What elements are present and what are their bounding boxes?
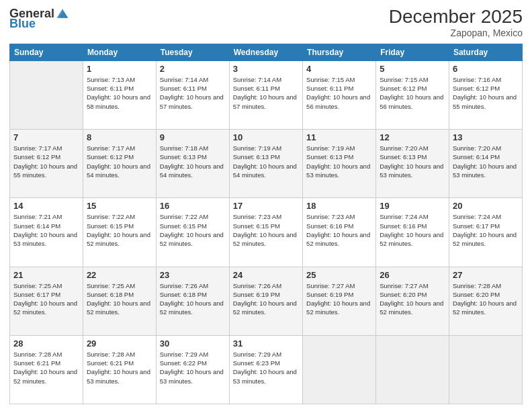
calendar-cell: 30Sunrise: 7:29 AMSunset: 6:22 PMDayligh… bbox=[156, 335, 229, 404]
calendar-cell bbox=[376, 335, 449, 404]
day-number: 20 bbox=[453, 201, 519, 211]
day-number: 8 bbox=[87, 132, 152, 142]
calendar-cell: 9Sunrise: 7:18 AMSunset: 6:13 PMDaylight… bbox=[156, 130, 229, 198]
calendar-table: SundayMondayTuesdayWednesdayThursdayFrid… bbox=[9, 44, 523, 404]
logo-icon bbox=[56, 7, 69, 20]
day-info: Sunrise: 7:13 AMSunset: 6:11 PMDaylight:… bbox=[87, 75, 152, 111]
calendar-cell: 29Sunrise: 7:28 AMSunset: 6:21 PMDayligh… bbox=[83, 335, 156, 404]
day-header-monday: Monday bbox=[83, 44, 156, 60]
day-info: Sunrise: 7:19 AMSunset: 6:13 PMDaylight:… bbox=[233, 144, 299, 179]
day-info: Sunrise: 7:28 AMSunset: 6:20 PMDaylight:… bbox=[453, 281, 519, 317]
day-info: Sunrise: 7:23 AMSunset: 6:15 PMDaylight:… bbox=[233, 212, 299, 248]
day-number: 22 bbox=[87, 270, 152, 280]
logo-blue: Blue bbox=[9, 17, 36, 30]
day-number: 29 bbox=[87, 338, 152, 349]
day-number: 16 bbox=[160, 201, 226, 211]
day-number: 3 bbox=[233, 64, 299, 74]
day-number: 31 bbox=[233, 338, 299, 349]
day-info: Sunrise: 7:27 AMSunset: 6:19 PMDaylight:… bbox=[306, 281, 372, 317]
day-info: Sunrise: 7:15 AMSunset: 6:12 PMDaylight:… bbox=[380, 75, 445, 111]
calendar-cell bbox=[449, 335, 522, 404]
calendar-cell: 18Sunrise: 7:23 AMSunset: 6:16 PMDayligh… bbox=[303, 198, 376, 267]
day-info: Sunrise: 7:29 AMSunset: 6:22 PMDaylight:… bbox=[160, 350, 226, 385]
day-info: Sunrise: 7:28 AMSunset: 6:21 PMDaylight:… bbox=[87, 350, 152, 385]
calendar-cell bbox=[303, 335, 376, 404]
day-info: Sunrise: 7:26 AMSunset: 6:18 PMDaylight:… bbox=[160, 281, 226, 317]
day-info: Sunrise: 7:21 AMSunset: 6:14 PMDaylight:… bbox=[13, 212, 79, 248]
day-info: Sunrise: 7:16 AMSunset: 6:12 PMDaylight:… bbox=[453, 75, 519, 111]
title-area: December 2025 Zapopan, Mexico bbox=[389, 7, 523, 38]
calendar-cell bbox=[10, 60, 83, 129]
day-number: 17 bbox=[233, 201, 299, 211]
day-number: 1 bbox=[87, 64, 152, 74]
day-info: Sunrise: 7:20 AMSunset: 6:13 PMDaylight:… bbox=[380, 144, 445, 179]
day-info: Sunrise: 7:22 AMSunset: 6:15 PMDaylight:… bbox=[87, 212, 152, 248]
day-info: Sunrise: 7:25 AMSunset: 6:18 PMDaylight:… bbox=[87, 281, 152, 317]
calendar-cell: 19Sunrise: 7:24 AMSunset: 6:16 PMDayligh… bbox=[376, 198, 449, 267]
logo: General Blue bbox=[9, 7, 69, 30]
day-number: 6 bbox=[453, 64, 519, 74]
calendar-cell: 27Sunrise: 7:28 AMSunset: 6:20 PMDayligh… bbox=[449, 267, 522, 335]
calendar-cell: 26Sunrise: 7:27 AMSunset: 6:20 PMDayligh… bbox=[376, 267, 449, 335]
day-header-saturday: Saturday bbox=[449, 44, 522, 60]
month-title: December 2025 bbox=[389, 7, 523, 28]
day-number: 11 bbox=[306, 132, 372, 142]
day-info: Sunrise: 7:17 AMSunset: 6:12 PMDaylight:… bbox=[87, 144, 152, 179]
day-number: 9 bbox=[160, 132, 226, 142]
day-info: Sunrise: 7:27 AMSunset: 6:20 PMDaylight:… bbox=[380, 281, 445, 317]
calendar-cell: 7Sunrise: 7:17 AMSunset: 6:12 PMDaylight… bbox=[10, 130, 83, 198]
day-number: 7 bbox=[13, 132, 79, 142]
calendar-cell: 31Sunrise: 7:29 AMSunset: 6:23 PMDayligh… bbox=[229, 335, 302, 404]
day-header-sunday: Sunday bbox=[10, 44, 83, 60]
calendar-cell: 14Sunrise: 7:21 AMSunset: 6:14 PMDayligh… bbox=[10, 198, 83, 267]
calendar-cell: 6Sunrise: 7:16 AMSunset: 6:12 PMDaylight… bbox=[449, 60, 522, 129]
day-number: 23 bbox=[160, 270, 226, 280]
calendar-cell: 3Sunrise: 7:14 AMSunset: 6:11 PMDaylight… bbox=[229, 60, 302, 129]
calendar-cell: 17Sunrise: 7:23 AMSunset: 6:15 PMDayligh… bbox=[229, 198, 302, 267]
day-number: 24 bbox=[233, 270, 299, 280]
day-info: Sunrise: 7:18 AMSunset: 6:13 PMDaylight:… bbox=[160, 144, 226, 179]
day-info: Sunrise: 7:19 AMSunset: 6:13 PMDaylight:… bbox=[306, 144, 372, 179]
calendar-cell: 20Sunrise: 7:24 AMSunset: 6:17 PMDayligh… bbox=[449, 198, 522, 267]
day-info: Sunrise: 7:26 AMSunset: 6:19 PMDaylight:… bbox=[233, 281, 299, 317]
subtitle: Zapopan, Mexico bbox=[389, 28, 523, 38]
day-info: Sunrise: 7:24 AMSunset: 6:17 PMDaylight:… bbox=[453, 212, 519, 248]
day-number: 12 bbox=[380, 132, 445, 142]
day-number: 2 bbox=[160, 64, 226, 74]
day-info: Sunrise: 7:23 AMSunset: 6:16 PMDaylight:… bbox=[306, 212, 372, 248]
day-number: 10 bbox=[233, 132, 299, 142]
day-info: Sunrise: 7:20 AMSunset: 6:14 PMDaylight:… bbox=[453, 144, 519, 179]
calendar-cell: 2Sunrise: 7:14 AMSunset: 6:11 PMDaylight… bbox=[156, 60, 229, 129]
day-info: Sunrise: 7:14 AMSunset: 6:11 PMDaylight:… bbox=[233, 75, 299, 111]
day-info: Sunrise: 7:15 AMSunset: 6:11 PMDaylight:… bbox=[306, 75, 372, 111]
day-info: Sunrise: 7:24 AMSunset: 6:16 PMDaylight:… bbox=[380, 212, 445, 248]
day-number: 26 bbox=[380, 270, 445, 280]
day-number: 13 bbox=[453, 132, 519, 142]
day-header-wednesday: Wednesday bbox=[229, 44, 302, 60]
calendar-cell: 23Sunrise: 7:26 AMSunset: 6:18 PMDayligh… bbox=[156, 267, 229, 335]
calendar-cell: 28Sunrise: 7:28 AMSunset: 6:21 PMDayligh… bbox=[10, 335, 83, 404]
calendar-cell: 22Sunrise: 7:25 AMSunset: 6:18 PMDayligh… bbox=[83, 267, 156, 335]
day-info: Sunrise: 7:14 AMSunset: 6:11 PMDaylight:… bbox=[160, 75, 226, 111]
day-number: 5 bbox=[380, 64, 445, 74]
day-number: 18 bbox=[306, 201, 372, 211]
day-number: 19 bbox=[380, 201, 445, 211]
calendar-cell: 10Sunrise: 7:19 AMSunset: 6:13 PMDayligh… bbox=[229, 130, 302, 198]
calendar-cell: 1Sunrise: 7:13 AMSunset: 6:11 PMDaylight… bbox=[83, 60, 156, 129]
day-info: Sunrise: 7:29 AMSunset: 6:23 PMDaylight:… bbox=[233, 350, 299, 385]
day-info: Sunrise: 7:25 AMSunset: 6:17 PMDaylight:… bbox=[13, 281, 79, 317]
day-header-thursday: Thursday bbox=[303, 44, 376, 60]
calendar-cell: 21Sunrise: 7:25 AMSunset: 6:17 PMDayligh… bbox=[10, 267, 83, 335]
calendar-cell: 11Sunrise: 7:19 AMSunset: 6:13 PMDayligh… bbox=[303, 130, 376, 198]
day-header-friday: Friday bbox=[376, 44, 449, 60]
calendar-cell: 16Sunrise: 7:22 AMSunset: 6:15 PMDayligh… bbox=[156, 198, 229, 267]
calendar-cell: 4Sunrise: 7:15 AMSunset: 6:11 PMDaylight… bbox=[303, 60, 376, 129]
day-number: 28 bbox=[13, 338, 79, 349]
day-info: Sunrise: 7:28 AMSunset: 6:21 PMDaylight:… bbox=[13, 350, 79, 385]
day-info: Sunrise: 7:17 AMSunset: 6:12 PMDaylight:… bbox=[13, 144, 79, 179]
calendar-cell: 13Sunrise: 7:20 AMSunset: 6:14 PMDayligh… bbox=[449, 130, 522, 198]
calendar-cell: 24Sunrise: 7:26 AMSunset: 6:19 PMDayligh… bbox=[229, 267, 302, 335]
calendar-cell: 12Sunrise: 7:20 AMSunset: 6:13 PMDayligh… bbox=[376, 130, 449, 198]
day-number: 21 bbox=[13, 270, 79, 280]
day-number: 4 bbox=[306, 64, 372, 74]
